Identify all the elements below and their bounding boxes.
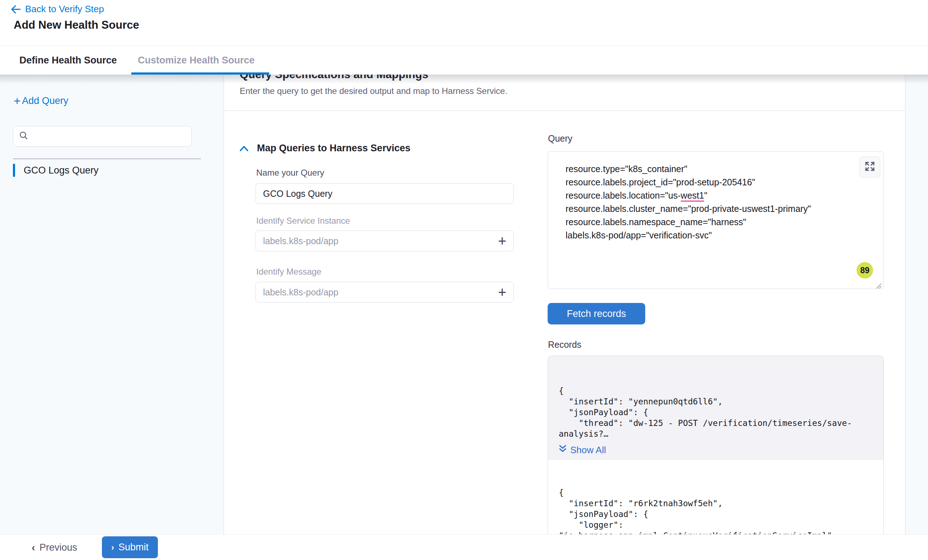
service-instance-input[interactable]	[263, 236, 498, 246]
record-line: "logger":	[559, 519, 873, 530]
message-input[interactable]	[263, 287, 498, 298]
grammarly-badge[interactable]: 89	[856, 262, 873, 278]
tab-bar: Define Health Source Customize Health So…	[0, 46, 928, 75]
submit-button[interactable]: › Submit	[102, 536, 158, 558]
tab-define-health-source[interactable]: Define Health Source	[19, 46, 117, 75]
footer-bar: ‹ Previous › Submit	[0, 534, 928, 560]
chevron-left-icon: ‹	[32, 541, 35, 554]
query-line: resource.type="k8s_container"	[566, 163, 869, 176]
fetch-records-button[interactable]: Fetch records	[548, 303, 645, 324]
expand-query-button[interactable]	[859, 157, 880, 178]
query-line: resource.labels.location="us-west1"	[566, 189, 869, 202]
identify-service-instance-label: Identify Service Instance	[256, 216, 350, 226]
add-service-instance-plus-icon[interactable]: +	[498, 236, 506, 246]
query-textarea[interactable]: resource.type="k8s_container" resource.l…	[548, 151, 884, 289]
record-line: {	[559, 385, 873, 396]
search-input[interactable]	[33, 126, 191, 146]
query-name-input[interactable]	[263, 189, 506, 199]
add-query-button[interactable]: + Add Query	[14, 95, 68, 107]
double-chevron-down-icon	[559, 444, 567, 456]
back-arrow-icon	[11, 5, 21, 14]
query-line: resource.labels.namespace_name="harness"	[566, 216, 869, 229]
previous-button[interactable]: ‹ Previous	[32, 534, 77, 560]
active-tab-underline	[131, 72, 269, 75]
record-line: "jsonPayload": {	[559, 407, 873, 418]
show-all-label: Show All	[570, 444, 606, 456]
query-line: labels.k8s-pod/app="verification-svc"	[566, 229, 869, 242]
record-line: "insertId": "yennepun0qtd6ll6",	[559, 396, 873, 407]
selected-indicator	[13, 164, 15, 177]
sidebar-divider	[13, 158, 201, 159]
identify-message-label: Identify Message	[256, 267, 321, 277]
record-line: "insertId": "r6rk2tnah3owf5eh",	[559, 498, 873, 509]
plus-icon: +	[14, 96, 20, 106]
records-label: Records	[548, 339, 582, 350]
search-icon	[19, 131, 28, 142]
card-top-border	[224, 110, 905, 111]
show-all-link[interactable]: Show All	[559, 444, 873, 456]
name-your-query-label: Name your Query	[256, 168, 324, 178]
query-line: resource.labels.project_id="prod-setup-2…	[566, 176, 869, 189]
record-line: analysis?…	[559, 428, 873, 439]
service-instance-field: +	[255, 231, 514, 251]
record-line: "jsonPayload": {	[559, 509, 873, 519]
fullscreen-expand-icon	[864, 161, 875, 173]
query-item-label: GCO Logs Query	[24, 165, 99, 176]
sidebar-item-gco-logs-query[interactable]: GCO Logs Query	[13, 163, 99, 177]
record-line: {	[559, 487, 873, 498]
spellcheck-underlined-word: west1	[681, 190, 704, 202]
section-subtitle: Enter the query to get the desired outpu…	[240, 86, 507, 96]
back-to-verify-step-link[interactable]: Back to Verify Step	[11, 4, 104, 15]
record-item: { "insertId": "yennepun0qtd6ll6", "jsonP…	[548, 356, 884, 460]
textarea-resize-handle[interactable]	[875, 282, 882, 291]
records-panel[interactable]: { "insertId": "yennepun0qtd6ll6", "jsonP…	[548, 356, 884, 556]
tab-customize-health-source[interactable]: Customize Health Source	[138, 46, 255, 75]
record-item: { "insertId": "r6rk2tnah3owf5eh", "jsonP…	[548, 460, 884, 541]
submit-label: Submit	[118, 542, 148, 553]
page-title: Add New Health Source	[14, 19, 139, 32]
right-gutter	[905, 75, 928, 534]
chevron-right-icon: ›	[111, 542, 114, 552]
page-header: Back to Verify Step Add New Health Sourc…	[0, 0, 928, 46]
back-link-label: Back to Verify Step	[25, 4, 104, 15]
message-field: +	[255, 282, 514, 303]
add-query-label: Add Query	[22, 95, 68, 107]
query-line: resource.labels.cluster_name="prod-priva…	[566, 202, 869, 216]
collapse-section-chevron-icon[interactable]	[239, 145, 249, 154]
query-name-field	[255, 183, 514, 204]
record-line: "thread": "dw-125 - POST /verification/t…	[559, 418, 873, 428]
add-message-plus-icon[interactable]: +	[498, 287, 506, 298]
map-queries-heading: Map Queries to Harness Services	[257, 143, 411, 154]
previous-label: Previous	[40, 542, 77, 553]
query-label: Query	[548, 133, 572, 144]
query-search-box[interactable]	[13, 126, 192, 147]
